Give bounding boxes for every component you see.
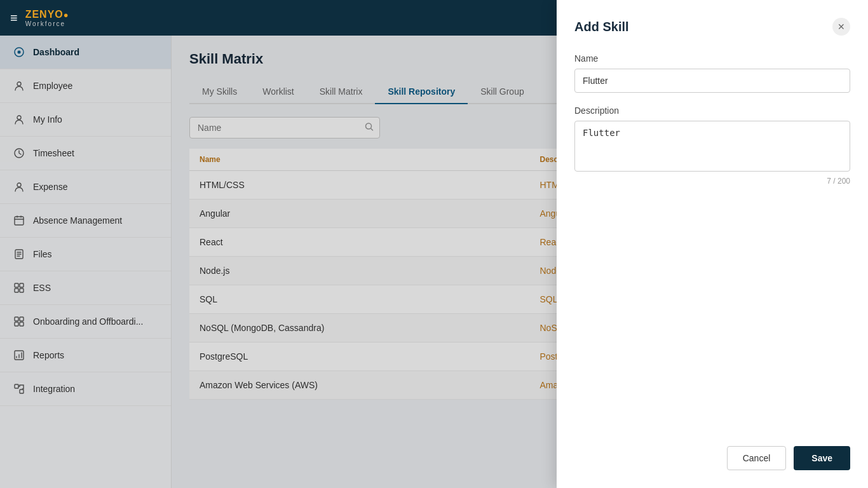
- panel-title: Add Skill: [574, 20, 629, 34]
- logo-y: Y: [48, 9, 55, 20]
- name-input[interactable]: [574, 69, 850, 93]
- description-form-group: Description 7 / 200: [574, 105, 850, 186]
- logo-text: ZENYO●: [25, 9, 69, 20]
- add-skill-panel: Add Skill ✕ Name Description 7 / 200 Can…: [557, 0, 868, 488]
- logo-dot: ●: [64, 10, 69, 20]
- cancel-button[interactable]: Cancel: [727, 446, 787, 470]
- close-button[interactable]: ✕: [832, 18, 850, 36]
- panel-header: Add Skill ✕: [574, 18, 850, 36]
- logo-accent: ZEN: [25, 9, 48, 20]
- hamburger-icon[interactable]: ≡: [10, 11, 18, 25]
- save-button[interactable]: Save: [794, 446, 850, 470]
- app-logo: ZENYO● Workforce: [25, 9, 69, 27]
- description-textarea[interactable]: [574, 121, 850, 172]
- description-label: Description: [574, 105, 850, 116]
- panel-footer: Cancel Save: [574, 433, 850, 470]
- name-form-group: Name: [574, 53, 850, 93]
- logo-sub: Workforce: [25, 20, 69, 27]
- char-count: 7 / 200: [574, 177, 850, 186]
- name-label: Name: [574, 53, 850, 64]
- logo-o: O: [55, 9, 63, 20]
